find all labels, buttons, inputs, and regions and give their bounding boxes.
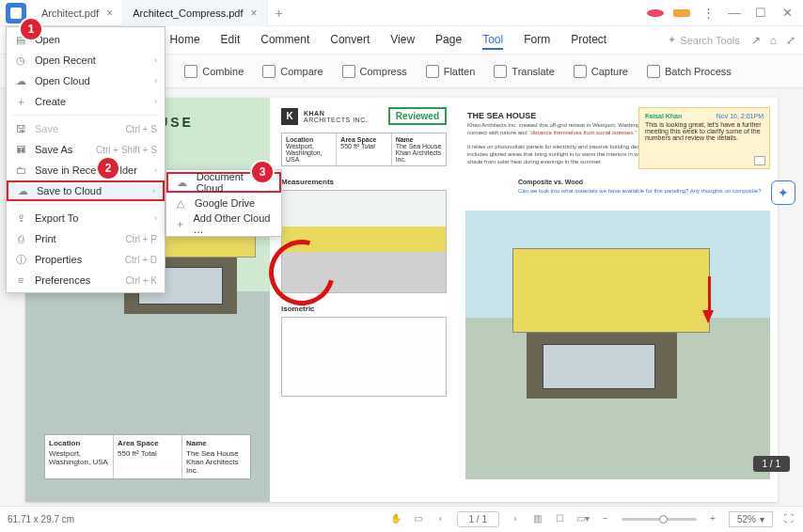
drive-icon: △ (174, 197, 187, 210)
zoom-percent[interactable]: 52% ▾ (729, 511, 773, 527)
tool-translate[interactable]: Translate (494, 65, 554, 78)
page-indicator: 1 / 1 (753, 456, 790, 472)
file-dropdown-menu: ▤Open ◷Open Recent› ☁Open Cloud› ＋Create… (6, 26, 165, 293)
add-icon: ＋ (174, 217, 185, 231)
menu-open-cloud[interactable]: ☁Open Cloud› (7, 70, 165, 91)
menu-export-to[interactable]: ⇪Export To› (7, 208, 165, 228)
fit-width-icon[interactable]: ▥ (531, 513, 544, 526)
wand-icon: ✦ (668, 34, 676, 46)
share-icon[interactable]: ↗ (751, 34, 761, 47)
tool-capture[interactable]: Capture (574, 65, 628, 78)
close-tab-icon[interactable]: × (106, 7, 113, 20)
export-icon: ⇪ (14, 212, 27, 225)
status-bar: 61.71 x 29.7 cm ✋ ▭ ‹ 1 / 1 › ▥ ☐ ▭▾ − +… (0, 506, 803, 532)
prev-page-icon[interactable]: ‹ (434, 513, 448, 526)
submenu-add-other-cloud[interactable]: ＋Add Other Cloud … (166, 213, 281, 234)
settings-icon: ≡ (14, 274, 27, 286)
annotation-arrow-icon (708, 276, 711, 314)
menu-save-recent-folder[interactable]: 🗀Save in Recent Folder› (7, 160, 165, 180)
doc-detail-column: THE SEA HOUSE Khan Architects Inc. creat… (458, 98, 778, 502)
tab-architect[interactable]: Architect.pdf× (32, 0, 123, 26)
callout-text: Can we look into what materials we have … (518, 188, 768, 194)
cloud-icon: ☁ (14, 75, 27, 87)
menu-page[interactable]: Page (435, 31, 462, 50)
tool-compare[interactable]: Compare (262, 65, 323, 78)
menu-view[interactable]: View (390, 31, 415, 50)
cloud-up-icon: ☁ (16, 185, 29, 197)
fullscreen-icon[interactable]: ⛶ (782, 513, 795, 526)
doc-spec-column: K KHANARCHITECTS INC. Reviewed LocationW… (270, 98, 458, 502)
callout-badge-1: 1 (21, 19, 41, 39)
new-file-icon: ＋ (14, 95, 27, 109)
callout-badge-3: 3 (252, 162, 273, 182)
menu-edit[interactable]: Edit (221, 31, 241, 50)
info-box: LocationWestport, Washington, USA Area S… (44, 434, 251, 479)
new-tab-button[interactable]: + (268, 6, 291, 21)
menu-protect[interactable]: Protect (571, 31, 606, 50)
comment-note[interactable]: Faisal KhanNov 16, 2:01PM This is lookin… (638, 107, 770, 169)
tab-architect-compress[interactable]: Architect_Compress.pdf× (123, 0, 267, 26)
window-close-icon[interactable]: ✕ (779, 6, 795, 20)
hand-tool-icon[interactable]: ✋ (389, 513, 402, 526)
chevron-right-icon: › (154, 55, 157, 65)
info-icon: ⓘ (14, 253, 27, 267)
menu-open-recent[interactable]: ◷Open Recent› (7, 50, 165, 70)
menu-create[interactable]: ＋Create› (7, 91, 165, 112)
menu-convert[interactable]: Convert (330, 31, 370, 50)
note-pin-icon (754, 156, 765, 165)
close-tab-icon[interactable]: × (251, 7, 258, 20)
page-dimensions: 61.71 x 29.7 cm (8, 514, 74, 524)
tool-compress[interactable]: Compress (342, 65, 407, 78)
select-tool-icon[interactable]: ▭ (412, 513, 425, 526)
zoom-slider[interactable] (622, 518, 697, 521)
next-page-icon[interactable]: › (509, 513, 522, 526)
tool-combine[interactable]: Combine (184, 65, 244, 78)
ai-assistant-button[interactable]: ✦ (771, 180, 795, 205)
callout-badge-2: 2 (98, 158, 118, 179)
title-bar: Architect.pdf× Architect_Compress.pdf× +… (0, 0, 803, 26)
large-illustration (465, 211, 770, 479)
app-badge-icon[interactable] (673, 9, 690, 17)
menu-save-to-cloud[interactable]: ☁Save to Cloud› (7, 180, 165, 201)
menu-home[interactable]: Home (170, 31, 200, 50)
zoom-in-icon[interactable]: + (706, 513, 719, 526)
zoom-out-icon[interactable]: − (599, 513, 612, 526)
folder-icon: 🗀 (14, 164, 27, 176)
top-menu: Home Edit Comment Convert View Page Tool… (170, 31, 607, 50)
more-icon[interactable]: ⋮ (700, 6, 716, 20)
search-tools-input[interactable]: ✦Search Tools (668, 34, 739, 46)
expand-icon[interactable]: ⤢ (786, 34, 795, 47)
callout-title: Composite vs. Wood (518, 179, 583, 185)
isometric-label: Isometric (281, 305, 447, 313)
menu-save-as[interactable]: 🖬Save AsCtrl + Shift + S (7, 139, 165, 160)
window-maximize-icon[interactable]: ☐ (752, 6, 769, 20)
cloud-icon: ☁ (176, 177, 189, 189)
tool-batch-process[interactable]: Batch Process (647, 65, 732, 78)
menu-save: 🖫SaveCtrl + S (7, 118, 165, 139)
isometric-figure (281, 317, 447, 397)
cloud-icon[interactable]: ⌂ (770, 34, 777, 47)
two-page-icon[interactable]: ▭▾ (576, 513, 590, 526)
menu-form[interactable]: Form (524, 31, 550, 50)
app-icon (6, 3, 26, 23)
page-number-input[interactable]: 1 / 1 (457, 511, 499, 527)
tool-flatten[interactable]: Flatten (426, 65, 476, 78)
notification-dot-icon[interactable] (647, 9, 664, 17)
menu-properties[interactable]: ⓘPropertiesCtrl + D (7, 249, 165, 270)
clock-icon: ◷ (14, 55, 27, 67)
measurements-figure (281, 190, 447, 293)
measurements-label: Measurements (281, 178, 447, 186)
submenu-google-drive[interactable]: △Google Drive (166, 193, 281, 213)
save-as-icon: 🖬 (14, 144, 27, 155)
menu-tool[interactable]: Tool (482, 31, 503, 50)
single-page-icon[interactable]: ☐ (554, 513, 567, 526)
save-icon: 🖫 (14, 123, 27, 134)
window-minimize-icon[interactable]: — (726, 6, 743, 20)
khan-logo: K (281, 108, 298, 125)
menu-preferences[interactable]: ≡PreferencesCtrl + K (7, 270, 165, 290)
menu-print[interactable]: ⎙PrintCtrl + P (7, 228, 165, 249)
menu-comment[interactable]: Comment (260, 31, 309, 50)
reviewed-stamp: Reviewed (388, 107, 447, 125)
printer-icon: ⎙ (14, 233, 27, 244)
